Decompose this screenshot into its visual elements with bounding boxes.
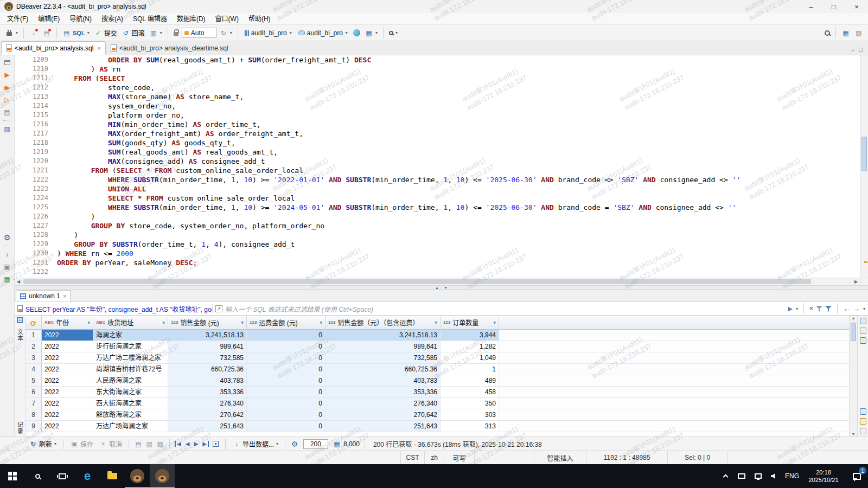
code-line[interactable]: 1213 MAX(store_name) AS store_name_t,: [15, 92, 860, 101]
cell[interactable]: 0: [247, 352, 326, 363]
close-tab-icon[interactable]: ×: [97, 45, 100, 52]
cell[interactable]: 2022: [42, 330, 93, 341]
code-line[interactable]: 1230) WHERE rn <= 2000: [15, 249, 860, 258]
code-line[interactable]: 1215 platform_order_no,: [15, 111, 860, 120]
cell[interactable]: 403,783: [168, 375, 247, 386]
sql-editor-button[interactable]: ▤SQL▾: [61, 28, 91, 38]
cell[interactable]: 2022: [42, 398, 93, 409]
maximize-editor-icon[interactable]: □: [859, 46, 863, 53]
editor-horizontal-scrollbar[interactable]: ◀ ▶: [15, 278, 860, 285]
code-line[interactable]: 1227 GROUP BY store_code, system_order_n…: [15, 221, 860, 230]
code-line[interactable]: 1226 ): [15, 212, 860, 221]
metadata-panel-icon[interactable]: [860, 418, 866, 425]
search-button[interactable]: ▾: [387, 29, 399, 36]
save-to-file-icon[interactable]: ▣: [2, 262, 12, 271]
code-line[interactable]: 1217 MAX(order_freight_amt) AS order_fre…: [15, 129, 860, 138]
cell[interactable]: 660,725.36: [168, 364, 247, 375]
row-number[interactable]: 5: [25, 375, 42, 386]
tray-network-button[interactable]: [750, 464, 766, 488]
column-filter-icon[interactable]: ▾: [435, 320, 437, 325]
menu-item[interactable]: 搜索(A): [97, 13, 128, 25]
commit-button[interactable]: ✓提交: [92, 27, 119, 38]
cell[interactable]: 1,049: [441, 352, 499, 363]
cell[interactable]: 489: [441, 375, 499, 386]
cell[interactable]: 2022: [42, 387, 93, 397]
code-line[interactable]: 1218 SUM(goods_qty) AS goods_qty_t,: [15, 138, 860, 147]
cell[interactable]: 353,336: [168, 387, 247, 397]
writable-indicator[interactable]: 可写: [444, 451, 474, 464]
code-line[interactable]: 1232: [15, 267, 860, 277]
column-header-6[interactable]: 123订单数量▾: [441, 316, 499, 329]
duplicate-row-icon[interactable]: ▥: [145, 440, 154, 448]
menu-item[interactable]: 文件(F): [2, 13, 33, 25]
cell[interactable]: 0: [247, 364, 326, 375]
minimize-editor-icon[interactable]: –: [851, 46, 854, 53]
cell[interactable]: 732,585: [326, 352, 441, 363]
calc-panel-icon[interactable]: [860, 408, 866, 415]
cell[interactable]: 西大街海澜之家: [93, 398, 168, 409]
execute-new-tab-icon[interactable]: ▷: [2, 95, 12, 104]
fetch-size-input[interactable]: 200: [303, 439, 328, 449]
rollback-button[interactable]: ↺回滚: [120, 27, 146, 38]
tray-expand-button[interactable]: [717, 464, 733, 488]
action-center-button[interactable]: 1: [845, 464, 868, 488]
back-icon[interactable]: ←: [843, 305, 850, 313]
cell[interactable]: 403,783: [326, 375, 441, 386]
cell[interactable]: 0: [247, 375, 326, 386]
show-output-icon[interactable]: ▥: [2, 125, 12, 133]
cell[interactable]: 251,643: [326, 421, 441, 432]
code-line[interactable]: 1223 UNION ALL: [15, 184, 860, 194]
column-filter-icon[interactable]: ▾: [320, 320, 322, 325]
cell[interactable]: 2022: [42, 409, 93, 420]
menu-item[interactable]: 导航(N): [65, 13, 97, 25]
cell[interactable]: 万达广场二楼海澜之家: [93, 352, 168, 363]
code-line[interactable]: 1210 ) AS rn: [15, 65, 860, 74]
code-line[interactable]: 1229 GROUP BY SUBSTR(order_time_t, 1, 4)…: [15, 240, 860, 249]
column-header-5[interactable]: 123销售金额（元）（包含运费）▾: [326, 316, 441, 329]
cell[interactable]: 732,585: [168, 352, 247, 363]
filter-history-icon[interactable]: ▾: [796, 306, 798, 311]
edge-browser-button[interactable]: e: [75, 464, 100, 488]
menu-item[interactable]: 编辑(E): [33, 13, 65, 25]
cell[interactable]: 2022: [42, 341, 93, 352]
cell[interactable]: 458: [441, 387, 499, 397]
cell[interactable]: 万达广场海澜之家: [93, 421, 168, 432]
result-settings-gear-icon[interactable]: ⚙: [290, 440, 299, 448]
results-tab-unknown-1[interactable]: unknown 1 ×: [16, 290, 71, 301]
row-number[interactable]: 2: [25, 341, 42, 352]
forward-icon[interactable]: →: [853, 305, 860, 313]
cell[interactable]: 989,641: [168, 341, 247, 352]
editor-vertical-scrollbar[interactable]: [860, 55, 868, 278]
tab-analysis-cleartime-sql[interactable]: <audit_bi_pro> analysis_cleartime.sql: [106, 41, 233, 55]
tray-language-indicator[interactable]: ENG: [782, 464, 802, 488]
cell[interactable]: 2022: [42, 352, 93, 363]
pin-panel-icon[interactable]: [860, 328, 866, 334]
scroll-down-icon[interactable]: ▼: [852, 432, 856, 436]
scrollbar-thumb[interactable]: [861, 137, 867, 171]
cell[interactable]: 251,643: [168, 421, 247, 432]
dbeaver-taskbar-button-1[interactable]: [125, 464, 150, 488]
scrollbar-thumb[interactable]: [851, 323, 856, 341]
cell[interactable]: 1: [441, 364, 499, 375]
previous-row-icon[interactable]: ◀: [184, 441, 191, 447]
cell[interactable]: 0: [247, 330, 326, 341]
dbeaver-taskbar-button-2[interactable]: [150, 464, 175, 488]
task-view-button[interactable]: [50, 464, 75, 488]
cell[interactable]: 0: [247, 341, 326, 352]
export-data-button[interactable]: ↓导出数据...▾: [231, 438, 280, 450]
cell[interactable]: 3,944: [441, 330, 499, 341]
column-header-3[interactable]: 123销售金额 (元)▾: [168, 316, 247, 329]
execute-statement-icon[interactable]: ▶: [2, 70, 12, 79]
restore-panel-icon[interactable]: [2, 58, 12, 67]
cell[interactable]: 0: [247, 398, 326, 409]
code-line[interactable]: 1216 MIN(min_order_time) AS order_time_t…: [15, 120, 860, 129]
cell[interactable]: 人民路海澜之家: [93, 375, 168, 386]
open-spreadsheet-icon[interactable]: ▦: [2, 275, 12, 284]
code-line[interactable]: 1214 system_order_no,: [15, 101, 860, 111]
code-line[interactable]: 1228 ): [15, 230, 860, 240]
grid-corner-cell[interactable]: [25, 316, 42, 329]
delete-row-icon[interactable]: ▨: [156, 440, 164, 448]
filter-icon[interactable]: [825, 305, 832, 312]
clear-filter-icon[interactable]: ×: [809, 305, 813, 312]
maximize-panel-icon[interactable]: ▴: [436, 286, 438, 290]
